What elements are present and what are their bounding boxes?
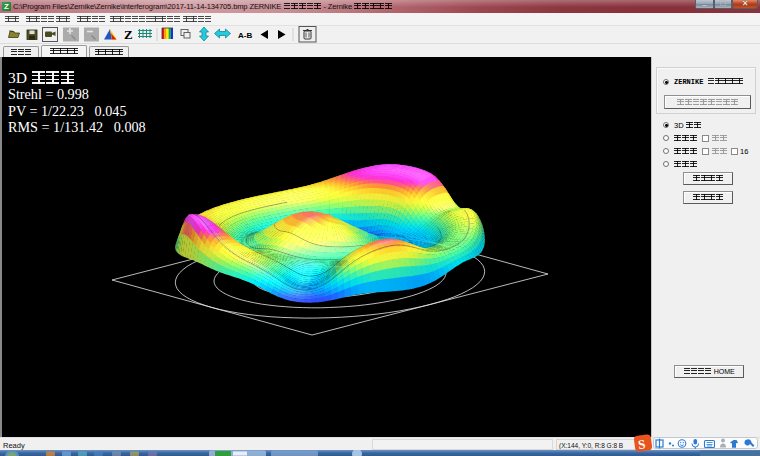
svg-text:Z: Z [124, 27, 133, 42]
svg-text:A-B: A-B [238, 31, 252, 40]
